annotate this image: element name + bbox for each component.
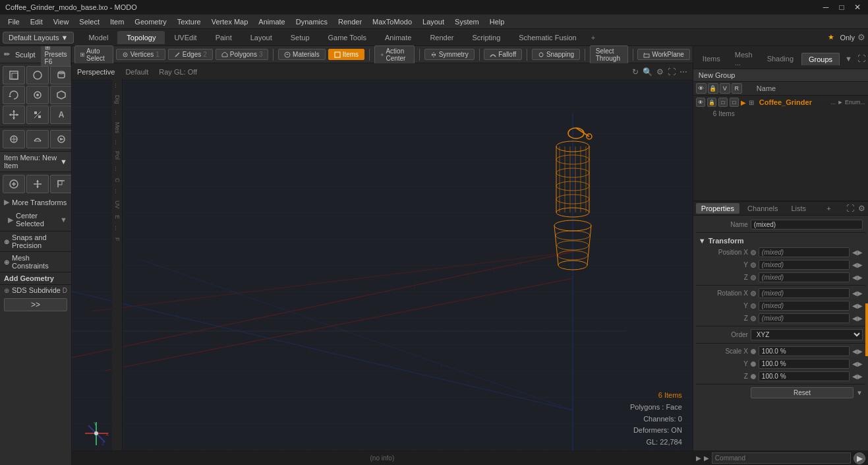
viewport[interactable]: Perspective Default Ray GL: Off ↻ 🔍 ⚙ ⛶ …	[72, 63, 693, 465]
menu-select[interactable]: Select	[74, 16, 105, 27]
add-geometry-button[interactable]: Add Geometry	[0, 272, 71, 284]
props-tab-channels[interactable]: Channels	[742, 203, 783, 214]
transform-arrow[interactable]: ▼	[699, 237, 706, 245]
symmetry-button[interactable]: Symmetry	[424, 49, 475, 60]
scale-y-input[interactable]	[759, 359, 850, 369]
expand-right-icon[interactable]: ⛶	[857, 54, 865, 63]
menu-system[interactable]: System	[449, 16, 484, 27]
position-x-input[interactable]	[759, 247, 850, 257]
menu-render[interactable]: Render	[333, 16, 367, 27]
snaps-button[interactable]: ⊕ Snaps and Precision	[0, 231, 71, 251]
rotation-x-arrow[interactable]: ◀▶	[852, 290, 863, 297]
viewport-zoom-icon[interactable]: 🔍	[643, 67, 652, 77]
tool-t3[interactable]	[50, 130, 72, 148]
row-lock-icon[interactable]: 🔒	[707, 98, 716, 107]
position-x-dot[interactable]	[751, 250, 756, 255]
scale-y-arrow[interactable]: ◀▶	[852, 360, 863, 367]
position-z-input[interactable]	[759, 272, 850, 282]
tool-t2[interactable]	[26, 130, 49, 148]
rotation-z-dot[interactable]	[751, 316, 756, 321]
rotation-y-arrow[interactable]: ◀▶	[852, 302, 863, 309]
tool-cube[interactable]	[3, 66, 25, 84]
rotation-x-input[interactable]	[759, 288, 850, 298]
scale-x-arrow[interactable]: ◀▶	[852, 348, 863, 355]
menu-dynamics[interactable]: Dynamics	[291, 16, 333, 27]
scale-z-input[interactable]	[759, 371, 850, 381]
reset-arrow[interactable]: ▼	[856, 389, 863, 396]
item-menu[interactable]: Item Menu: New Item ▼	[0, 151, 71, 172]
name-input[interactable]	[751, 220, 863, 230]
rotation-z-arrow[interactable]: ◀▶	[852, 315, 863, 322]
items-group-row[interactable]: 👁 🔒 □ □ ▶ ⊞ Coffee_Grinder ... ► Enum...	[693, 96, 868, 109]
tab-uvedit[interactable]: UVEdit	[165, 31, 206, 44]
settings-icon[interactable]: ⚙	[857, 32, 865, 42]
menu-vertex-map[interactable]: Vertex Map	[206, 16, 254, 27]
polygons-button[interactable]: Polygons 3	[216, 49, 269, 60]
tab-groups[interactable]: Groups	[801, 53, 840, 65]
perspective-label[interactable]: Perspective	[77, 68, 115, 76]
items-tab-add[interactable]: ▼	[841, 53, 856, 65]
viewport-more-icon[interactable]: ⋯	[680, 67, 687, 77]
menu-edit[interactable]: Edit	[25, 16, 48, 27]
reset-button[interactable]: Reset	[751, 387, 854, 398]
mesh-constraints-button[interactable]: ⊕ Mesh Constraints	[0, 251, 71, 272]
rotation-z-input[interactable]	[759, 313, 850, 323]
tab-mesh[interactable]: Mesh ...	[728, 49, 759, 69]
layouts-dropdown[interactable]: Default Layouts ▼	[3, 32, 74, 44]
props-tab-properties[interactable]: Properties	[696, 203, 739, 214]
order-select[interactable]: XYZ XZY YXZ	[751, 329, 863, 340]
items-button[interactable]: Items	[328, 49, 364, 60]
position-y-arrow[interactable]: ◀▶	[852, 261, 863, 268]
tab-scripting[interactable]: Scripting	[463, 31, 509, 44]
menu-help[interactable]: Help	[484, 16, 510, 27]
tool-ngon[interactable]	[50, 86, 72, 104]
tab-items[interactable]: Items	[696, 53, 727, 65]
tab-render[interactable]: Render	[420, 31, 463, 44]
menu-geometry[interactable]: Geometry	[129, 16, 171, 27]
vertices-button[interactable]: Vertices 1	[116, 49, 165, 60]
props-tab-add[interactable]: +	[826, 204, 830, 212]
row-render-icon[interactable]: □	[730, 98, 739, 107]
close-button[interactable]: ✕	[852, 3, 863, 12]
menu-animate[interactable]: Animate	[253, 16, 290, 27]
select-through-button[interactable]: Select Through	[590, 46, 628, 64]
scale-y-dot[interactable]	[751, 361, 756, 367]
falloff-button[interactable]: Falloff	[484, 49, 522, 60]
menu-texture[interactable]: Texture	[172, 16, 206, 27]
tab-model[interactable]: Model	[79, 31, 117, 44]
menu-view[interactable]: View	[48, 16, 74, 27]
viewport-fullscreen-icon[interactable]: ⛶	[668, 67, 676, 77]
minimize-button[interactable]: ─	[821, 3, 831, 12]
scale-x-input[interactable]	[759, 346, 850, 356]
tool-scale-2[interactable]	[26, 106, 49, 124]
list-eye-icon[interactable]: 👁	[696, 83, 707, 94]
position-y-input[interactable]	[759, 260, 850, 270]
sds-label[interactable]: SDS Subdivide	[12, 286, 61, 294]
position-z-dot[interactable]	[751, 275, 756, 280]
maximize-button[interactable]: □	[836, 3, 847, 12]
tab-topology[interactable]: Topology	[117, 31, 165, 44]
row-eye-icon[interactable]: 👁	[696, 98, 705, 107]
scale-z-dot[interactable]	[751, 374, 756, 379]
position-x-arrow[interactable]: ◀▶	[852, 249, 863, 256]
list-render-icon[interactable]: R	[732, 83, 742, 94]
ray-gl-label[interactable]: Ray GL: Off	[159, 68, 197, 76]
position-z-arrow[interactable]: ◀▶	[852, 274, 863, 281]
props-tab-lists[interactable]: Lists	[786, 203, 811, 214]
edges-button[interactable]: Edges 2	[168, 49, 213, 60]
action-center-button[interactable]: Action Center	[374, 46, 415, 64]
materials-button[interactable]: Materials	[278, 49, 326, 60]
menu-item[interactable]: Item	[105, 16, 129, 27]
tool-move[interactable]	[3, 106, 25, 124]
tab-setup[interactable]: Setup	[281, 31, 319, 44]
list-vis-icon[interactable]: V	[720, 83, 730, 94]
snapping-button[interactable]: Snapping	[532, 49, 580, 60]
tab-schematic[interactable]: Schematic Fusion	[509, 31, 585, 44]
tab-animate[interactable]: Animate	[376, 31, 420, 44]
center-dropdown-icon[interactable]: ▼	[60, 216, 67, 224]
viewport-settings-icon[interactable]: ⚙	[656, 67, 664, 77]
scale-z-arrow[interactable]: ◀▶	[852, 373, 863, 380]
tab-shading[interactable]: Shading	[761, 53, 800, 65]
center-selected-button[interactable]: ▶ Center Selected	[4, 210, 60, 230]
scale-x-dot[interactable]	[751, 349, 756, 354]
